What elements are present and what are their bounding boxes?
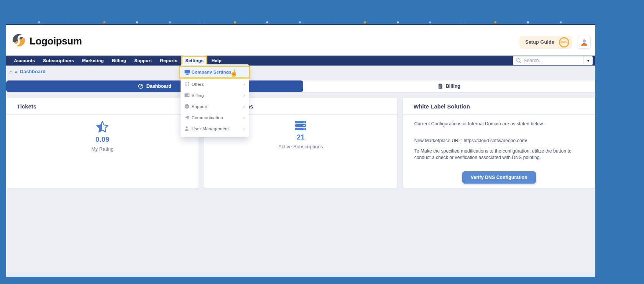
menu-item-label: Offers [191, 82, 243, 87]
settings-dropdown-menu: Company Settings ☝ Offers [181, 64, 249, 137]
tab-dashboard-label: Dashboard [146, 84, 171, 89]
app-window: Logoipsum Setup Guide 100% Accounts Subs… [6, 24, 595, 277]
subscriptions-caption: Active Subscriptions [278, 144, 323, 149]
nav-item-marketing[interactable]: Marketing [78, 56, 108, 66]
white-label-url-line: New Marketplace URL: https://cloud.softw… [414, 138, 584, 144]
breadcrumb-separator: » [15, 69, 18, 74]
search-input[interactable] [524, 58, 583, 63]
nav-item-accounts[interactable]: Accounts [10, 56, 39, 66]
submenu-arrow-icon: › [243, 93, 245, 98]
nav-item-settings-label: Settings [185, 58, 204, 63]
nav-item-settings[interactable]: Settings Company Settings ☝ [181, 56, 207, 66]
setup-guide-label: Setup Guide [525, 39, 554, 45]
logo-text: Logoipsum [30, 35, 82, 47]
submenu-arrow-icon: › [243, 82, 245, 87]
app-header: Logoipsum Setup Guide 100% [6, 25, 595, 56]
tab-billing-label: Billing [446, 84, 460, 89]
submenu-arrow-icon: › [243, 104, 245, 109]
menu-item-support[interactable]: Support › [181, 101, 249, 112]
search-box: ▾ [513, 56, 593, 65]
wallet-icon [184, 93, 191, 97]
menu-item-label: Support [191, 104, 243, 109]
subscriptions-value: 21 [297, 133, 305, 141]
invoice-icon [438, 84, 443, 89]
chevron-down-icon: ▾ [587, 59, 589, 63]
tickets-card: Tickets 0.09 My Rating [6, 98, 199, 188]
menu-item-company-settings[interactable]: Company Settings [179, 66, 250, 79]
browser-favicon-strip [38, 21, 562, 23]
grid-icon [184, 82, 191, 87]
search-icon [516, 58, 521, 63]
send-icon [184, 115, 191, 120]
setup-progress-badge: 100% [559, 37, 569, 48]
nav-item-billing[interactable]: Billing [108, 56, 130, 66]
menu-item-billing[interactable]: Billing › [181, 90, 249, 101]
white-label-card-title: White Label Solution [403, 98, 595, 115]
submenu-arrow-icon: › [243, 126, 245, 131]
white-label-card: White Label Solution Current Configurati… [403, 98, 595, 188]
server-stack-icon [295, 121, 306, 131]
menu-item-label: User Management [191, 126, 243, 131]
white-label-config-line: Current Configurations of Internal Domai… [414, 121, 584, 127]
tab-billing[interactable]: Billing [303, 80, 595, 92]
menu-item-label: Company Settings [191, 70, 245, 74]
tickets-caption: My Rating [91, 146, 113, 152]
breadcrumb-current[interactable]: Dashboard [20, 69, 46, 74]
user-icon [184, 126, 191, 131]
menu-item-offers[interactable]: Offers › [181, 79, 249, 90]
page-bottom-band [6, 272, 595, 277]
gauge-icon [138, 84, 143, 89]
logo-mark-icon [12, 33, 26, 49]
home-icon[interactable]: ⌂ [9, 69, 13, 75]
breadcrumb: ⌂ » Dashboard [6, 66, 595, 78]
cards-row: Tickets 0.09 My Rating Subscriptions [6, 98, 595, 188]
main-navbar: Accounts Subscriptions Marketing Billing… [6, 56, 595, 66]
star-icon [96, 121, 109, 133]
user-avatar[interactable] [578, 36, 591, 49]
tab-dashboard[interactable]: Dashboard [6, 80, 303, 92]
setup-guide-button[interactable]: Setup Guide 100% [519, 36, 572, 49]
chat-icon [184, 104, 191, 109]
person-icon [580, 38, 588, 46]
tickets-card-title: Tickets [6, 98, 199, 115]
search-scope-dropdown[interactable]: ▾ [583, 56, 593, 65]
nav-item-reports[interactable]: Reports [156, 56, 182, 66]
verify-dns-button[interactable]: Verify DNS Configuration [462, 171, 536, 184]
nav-item-subscriptions[interactable]: Subscriptions [39, 56, 78, 66]
white-label-info-line: To Make the specified modifications to t… [414, 148, 584, 161]
menu-item-label: Communication [191, 115, 243, 120]
menu-item-label: Billing [191, 93, 243, 98]
menu-item-communication[interactable]: Communication › [181, 112, 249, 123]
monitor-icon [184, 70, 191, 75]
submenu-arrow-icon: › [243, 115, 245, 120]
menu-item-user-management[interactable]: User Management › [181, 123, 249, 134]
nav-item-support[interactable]: Support [130, 56, 156, 66]
dashboard-tabbar: Dashboard Billing [6, 80, 595, 92]
logo[interactable]: Logoipsum [12, 33, 82, 49]
tickets-value: 0.09 [95, 136, 109, 144]
